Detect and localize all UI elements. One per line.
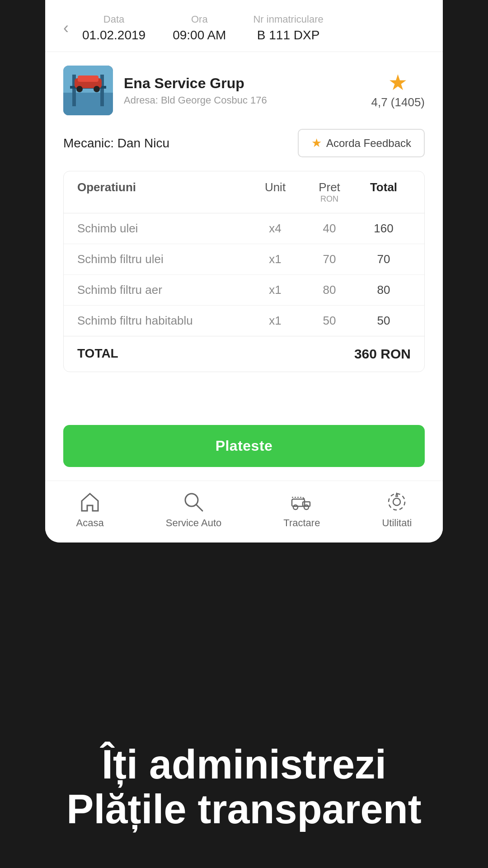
row-unit: x1	[248, 252, 302, 266]
svg-point-16	[393, 498, 400, 505]
promo-line2: Plățile transparent	[36, 787, 452, 832]
nav-item-tractare[interactable]: Tractare	[283, 490, 320, 529]
row-total: 160	[357, 222, 411, 236]
col-pret: Pret RON	[302, 180, 357, 204]
nr-value: B 111 DXP	[257, 28, 320, 42]
nav-label-service: Service Auto	[166, 517, 222, 529]
total-value: 360 RON	[354, 346, 411, 362]
table-row: Schimb filtru ulei x1 70 70	[64, 244, 424, 275]
svg-rect-1	[63, 93, 113, 115]
pay-button[interactable]: Plateste	[63, 425, 425, 467]
nav-label-utilitati: Utilitati	[382, 517, 412, 529]
service-logo	[63, 66, 113, 115]
service-name: Ena Service Grup	[124, 75, 362, 92]
table-row: Schimb filtru habitablu x1 50 50	[64, 306, 424, 336]
phone-card: ‹ Data 01.02.2019 Ora 09:00 AM Nr inmatr…	[45, 0, 443, 542]
row-op: Schimb filtru habitablu	[77, 314, 248, 328]
home-icon	[78, 490, 102, 514]
gear-icon	[385, 490, 408, 514]
ora-value: 09:00 AM	[173, 28, 226, 42]
ora-label: Ora	[191, 14, 208, 25]
svg-point-7	[76, 86, 83, 92]
nav-label-tractare: Tractare	[283, 517, 320, 529]
service-info: Ena Service Grup Adresa: Bld George Cosb…	[63, 66, 425, 115]
content: Ena Service Grup Adresa: Bld George Cosb…	[45, 52, 443, 420]
feedback-button[interactable]: ★ Acorda Feedback	[298, 129, 425, 157]
service-details: Ena Service Grup Adresa: Bld George Cosb…	[124, 75, 362, 106]
header-data-field: Data 01.02.2019	[82, 14, 145, 42]
header: ‹ Data 01.02.2019 Ora 09:00 AM Nr inmatr…	[45, 0, 443, 52]
search-icon	[182, 490, 205, 514]
star-icon: ★	[388, 72, 408, 94]
table-row: Schimb ulei x4 40 160	[64, 213, 424, 244]
data-label: Data	[103, 14, 124, 25]
table-footer: TOTAL 360 RON	[64, 336, 424, 372]
header-nr-field: Nr inmatriculare B 111 DXP	[253, 14, 323, 42]
row-op: Schimb ulei	[77, 222, 248, 236]
row-total: 50	[357, 314, 411, 328]
row-pret: 80	[302, 283, 357, 297]
feedback-label: Acorda Feedback	[326, 137, 411, 150]
feedback-star-icon: ★	[311, 136, 322, 150]
row-pret: 40	[302, 222, 357, 236]
service-logo-image	[63, 66, 113, 115]
bottom-promotional-text: Îți administrezi Plățile transparent	[0, 742, 488, 832]
operations-table: Operatiuni Unit Pret RON Total Schimb ul…	[63, 171, 425, 372]
promo-line1: Îți administrezi	[36, 742, 452, 787]
rating-value: 4,7 (1405)	[371, 95, 425, 109]
svg-line-10	[196, 505, 202, 511]
row-total: 80	[357, 283, 411, 297]
nav-item-utilitati[interactable]: Utilitati	[382, 490, 412, 529]
data-value: 01.02.2019	[82, 28, 145, 42]
tow-icon	[290, 490, 314, 514]
mechanic-name: Mecanic: Dan Nicu	[63, 136, 169, 151]
svg-rect-6	[78, 75, 99, 82]
nr-label: Nr inmatriculare	[253, 14, 323, 25]
nav-item-service[interactable]: Service Auto	[166, 490, 222, 529]
service-rating: ★ 4,7 (1405)	[371, 72, 425, 109]
row-op: Schimb filtru aer	[77, 283, 248, 297]
svg-point-13	[293, 505, 298, 509]
bottom-nav: Acasa Service Auto Tractare	[45, 481, 443, 542]
table-rows: Schimb ulei x4 40 160 Schimb filtru ulei…	[64, 213, 424, 336]
svg-point-8	[94, 86, 100, 92]
col-total: Total	[357, 180, 411, 204]
header-ora-field: Ora 09:00 AM	[173, 14, 226, 42]
row-pret: 50	[302, 314, 357, 328]
table-header: Operatiuni Unit Pret RON Total	[64, 171, 424, 213]
total-label: TOTAL	[77, 346, 118, 362]
service-address: Adresa: Bld George Cosbuc 176	[124, 94, 362, 106]
row-unit: x1	[248, 314, 302, 328]
nav-label-acasa: Acasa	[76, 517, 104, 529]
row-pret: 70	[302, 252, 357, 266]
row-unit: x1	[248, 283, 302, 297]
table-row: Schimb filtru aer x1 80 80	[64, 275, 424, 306]
row-total: 70	[357, 252, 411, 266]
pay-button-wrapper: Plateste	[45, 420, 443, 481]
mechanic-row: Mecanic: Dan Nicu ★ Acorda Feedback	[63, 129, 425, 157]
row-unit: x4	[248, 222, 302, 236]
col-operatiuni: Operatiuni	[77, 180, 248, 204]
nav-item-acasa[interactable]: Acasa	[76, 490, 104, 529]
row-op: Schimb filtru ulei	[77, 252, 248, 266]
svg-point-14	[304, 505, 309, 509]
header-fields: Data 01.02.2019 Ora 09:00 AM Nr inmatric…	[82, 14, 324, 42]
back-button[interactable]: ‹	[63, 19, 69, 38]
col-unit: Unit	[248, 180, 302, 204]
